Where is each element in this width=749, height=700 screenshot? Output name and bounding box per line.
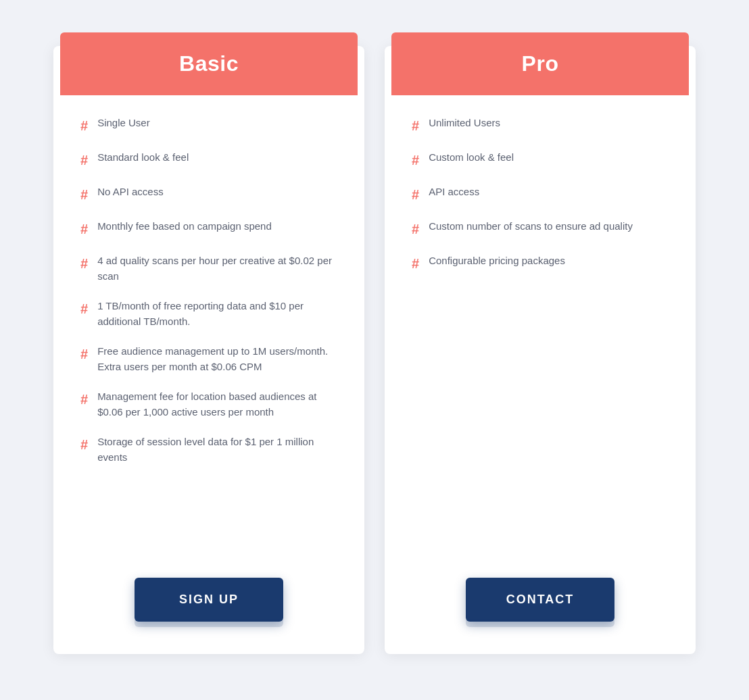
list-item: #API access bbox=[412, 184, 669, 204]
hash-icon: # bbox=[412, 185, 419, 204]
feature-text: Free audience management up to 1M users/… bbox=[97, 344, 337, 374]
hash-icon: # bbox=[80, 151, 88, 170]
hash-icon: # bbox=[412, 116, 419, 135]
hash-icon: # bbox=[80, 299, 88, 318]
hash-icon: # bbox=[412, 220, 419, 239]
list-item: #Management fee for location based audie… bbox=[80, 389, 337, 420]
feature-text: Management fee for location based audien… bbox=[97, 389, 337, 420]
feature-text: Custom number of scans to ensure ad qual… bbox=[429, 219, 633, 234]
basic-header: Basic bbox=[60, 32, 358, 95]
hash-icon: # bbox=[80, 390, 88, 409]
list-item: #Standard look & feel bbox=[80, 150, 337, 170]
pro-features-list: #Unlimited Users#Custom look & feel#API … bbox=[412, 116, 669, 544]
list-item: #Monthly fee based on campaign spend bbox=[80, 219, 337, 239]
hash-icon: # bbox=[80, 116, 88, 135]
feature-text: Standard look & feel bbox=[97, 150, 189, 166]
pro-title: Pro bbox=[522, 51, 559, 76]
pricing-card-pro: Pro#Unlimited Users#Custom look & feel#A… bbox=[385, 46, 696, 654]
feature-text: Configurable pricing packages bbox=[429, 253, 565, 269]
list-item: #1 TB/month of free reporting data and $… bbox=[80, 299, 337, 329]
hash-icon: # bbox=[412, 254, 419, 273]
basic-features-list: #Single User#Standard look & feel#No API… bbox=[80, 116, 337, 544]
feature-text: 4 ad quality scans per hour per creative… bbox=[97, 253, 337, 284]
hash-icon: # bbox=[80, 254, 88, 273]
basic-cta-button[interactable]: SIGN UP bbox=[135, 578, 283, 622]
list-item: #Unlimited Users bbox=[412, 116, 669, 135]
list-item: #Storage of session level data for $1 pe… bbox=[80, 434, 337, 465]
list-item: #Configurable pricing packages bbox=[412, 253, 669, 273]
hash-icon: # bbox=[80, 185, 88, 204]
feature-text: Monthly fee based on campaign spend bbox=[97, 219, 272, 234]
feature-text: Unlimited Users bbox=[429, 116, 500, 131]
button-shadow bbox=[466, 619, 614, 627]
list-item: #Custom number of scans to ensure ad qua… bbox=[412, 219, 669, 239]
pro-cta-button[interactable]: CONTACT bbox=[466, 578, 615, 622]
list-item: #No API access bbox=[80, 184, 337, 204]
feature-text: No API access bbox=[97, 184, 164, 200]
list-item: #4 ad quality scans per hour per creativ… bbox=[80, 253, 337, 284]
pro-footer: CONTACT bbox=[385, 564, 696, 654]
button-shadow bbox=[135, 619, 283, 627]
list-item: #Free audience management up to 1M users… bbox=[80, 344, 337, 374]
pricing-card-basic: Basic#Single User#Standard look & feel#N… bbox=[53, 46, 364, 654]
hash-icon: # bbox=[80, 220, 88, 239]
feature-text: 1 TB/month of free reporting data and $1… bbox=[97, 299, 337, 329]
hash-icon: # bbox=[412, 151, 419, 170]
basic-footer: SIGN UP bbox=[53, 564, 364, 654]
pricing-container: Basic#Single User#Standard look & feel#N… bbox=[0, 19, 749, 681]
hash-icon: # bbox=[80, 435, 88, 454]
feature-text: Single User bbox=[97, 116, 150, 131]
pro-header: Pro bbox=[391, 32, 689, 95]
basic-body: #Single User#Standard look & feel#No API… bbox=[53, 95, 364, 564]
feature-text: Storage of session level data for $1 per… bbox=[97, 434, 337, 465]
basic-title: Basic bbox=[179, 51, 239, 76]
list-item: #Custom look & feel bbox=[412, 150, 669, 170]
pro-body: #Unlimited Users#Custom look & feel#API … bbox=[385, 95, 696, 564]
hash-icon: # bbox=[80, 345, 88, 364]
feature-text: Custom look & feel bbox=[429, 150, 514, 166]
list-item: #Single User bbox=[80, 116, 337, 135]
feature-text: API access bbox=[429, 184, 479, 200]
